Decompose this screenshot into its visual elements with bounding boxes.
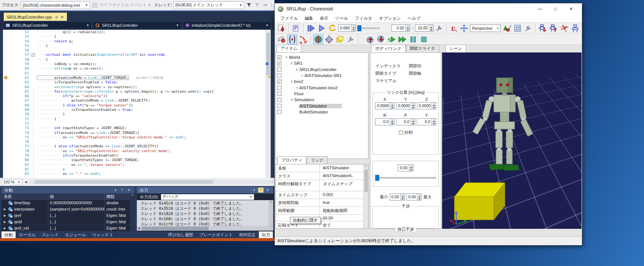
- position-spinbox[interactable]: 0.0000: [375, 102, 395, 109]
- column-name[interactable]: 名前: [1, 193, 48, 199]
- restore-body-state-button[interactable]: [549, 23, 558, 33]
- spin-buttons[interactable]: [390, 119, 394, 125]
- output-source-select[interactable]: デバッグ ▼: [161, 194, 254, 200]
- code-line[interactable]: 80················inputStateTypes·|=·JOI…: [3, 158, 265, 162]
- code-line[interactable]: 53········}: [3, 34, 265, 39]
- autos-row[interactable]: timeStep0.00000000000000000double: [1, 200, 135, 206]
- spin-down-icon[interactable]: [390, 122, 394, 125]
- code-line[interactable]: 79············if(isTorqueSensorEnabled){: [3, 153, 265, 158]
- time-range-end-spinbox[interactable]: 15.00: [415, 25, 434, 32]
- time-slider[interactable]: [357, 25, 380, 32]
- choreonoid-titlebar[interactable]: SR1Liftup - Choreonoid — □ ✕: [275, 3, 582, 15]
- output-vertical-scrollbar[interactable]: ▲: [268, 200, 273, 226]
- scrollbar-thumb[interactable]: [142, 227, 209, 230]
- code-line[interactable]: 78············os·<<·"SR1LiftupController…: [3, 149, 265, 153]
- tree-item[interactable]: ✓∨box2: [276, 78, 368, 84]
- scrollbar-thumb[interactable]: [364, 170, 368, 192]
- playback-button[interactable]: [317, 23, 326, 33]
- code-line[interactable]: 62········actuationMode·=·Link::JOINT_TO…: [3, 76, 265, 80]
- tab-joint-slider[interactable]: 関節スライダ: [406, 45, 439, 52]
- restore-world-state-button[interactable]: [376, 35, 386, 44]
- property-row[interactable]: 名前AISTSimulator: [276, 164, 363, 172]
- code-line[interactable]: 74········if(actuationMode·==·Link::JOIN…: [3, 131, 265, 135]
- code-line[interactable]: 57−····virtual·bool·initialize(SimpleCon…: [3, 52, 265, 57]
- collision-detection-button[interactable]: [324, 35, 334, 44]
- code-line[interactable]: 60········ostream&·os·=·io->os();: [3, 66, 265, 71]
- code-line[interactable]: 58····{: [3, 57, 265, 62]
- code-line[interactable]: 76: [3, 140, 265, 144]
- code-line[interactable]: 72: [3, 121, 265, 126]
- pin-icon[interactable]: -¤: [54, 15, 58, 19]
- position-spinbox[interactable]: 0.0000: [417, 102, 436, 109]
- lifecycle-events-icon[interactable]: [91, 2, 98, 9]
- scene-view[interactable]: [442, 52, 582, 229]
- process-select[interactable]: [0x2918] choreonoid-debug.exe▼: [21, 1, 90, 9]
- output-tab-1[interactable]: ブレークポイント: [196, 231, 236, 238]
- scene-windows-button[interactable]: [335, 35, 345, 44]
- code-line[interactable]: 55····}: [3, 44, 265, 48]
- tab-property[interactable]: プロパティ: [277, 156, 306, 164]
- fold-collapse-icon[interactable]: −: [32, 53, 35, 57]
- rotation-spinbox[interactable]: 0.0: [417, 118, 436, 125]
- close-icon[interactable]: ✕: [60, 15, 64, 20]
- body-frame-button[interactable]: [570, 23, 580, 33]
- property-row[interactable]: 時間分解能タイプタイムステップ: [276, 180, 363, 191]
- output-tab-3[interactable]: 出力: [259, 231, 273, 238]
- scroll-left-arrow[interactable]: ◀: [138, 227, 140, 230]
- auto-hide-pin-icon[interactable]: ⍑: [258, 188, 264, 193]
- matrix-checkbox[interactable]: 行列: [373, 130, 438, 135]
- joint-max-spinbox[interactable]: 0.00: [406, 193, 422, 201]
- tab-link[interactable]: リンク: [307, 156, 328, 164]
- spin-buttons[interactable]: [409, 165, 413, 171]
- tree-item[interactable]: ✓∨World: [276, 54, 368, 60]
- menu-item[interactable]: 表示: [316, 15, 332, 22]
- item-checkbox[interactable]: [277, 104, 281, 108]
- spin-up-icon[interactable]: [411, 119, 415, 122]
- code-line[interactable]: 83············os·<<·"."·<<·endl;: [3, 172, 265, 176]
- property-value[interactable]: AISTSimulator: [320, 164, 363, 172]
- autos-scrollbar[interactable]: ▲: [130, 193, 135, 231]
- window-position-icon[interactable]: ▾: [251, 188, 257, 193]
- debug-tab-2[interactable]: スレッド: [39, 231, 62, 238]
- tree-item[interactable]: ✓∨SR1: [276, 60, 368, 66]
- time-bar-config-button[interactable]: [435, 23, 444, 33]
- item-checkbox[interactable]: [277, 110, 281, 114]
- property-value[interactable]: 60.00: [320, 215, 363, 221]
- auto-hide-pin-icon[interactable]: ⍑: [119, 188, 125, 193]
- property-row[interactable]: 実時間同期true: [276, 199, 363, 207]
- code-line[interactable]: 63········isTorqueSensorEnabled·=·false;: [3, 80, 265, 84]
- scroll-left-arrow[interactable]: ◀: [25, 180, 27, 184]
- spin-buttons[interactable]: [431, 103, 436, 109]
- property-value[interactable]: タイムステップ: [320, 180, 363, 191]
- property-row[interactable]: 時間範囲能動制御期間: [276, 207, 363, 215]
- tree-item[interactable]: ∨SR1LiftupController: [276, 67, 368, 73]
- code-line[interactable]: 73········int·inputStateTypes·=·JOINT_AN…: [3, 126, 265, 130]
- tree-expander[interactable]: ∨: [289, 98, 294, 102]
- code-line[interactable]: 67················actuationMode·=·Link::…: [3, 98, 265, 103]
- joint-slider[interactable]: [375, 174, 436, 181]
- autos-row[interactable]: ▶qref_old{...}Eigen::Mat: [1, 225, 135, 231]
- spin-up-icon[interactable]: [411, 103, 415, 106]
- time-refresh-button[interactable]: [328, 23, 337, 33]
- item-checkbox[interactable]: [277, 86, 281, 90]
- window-position-icon[interactable]: ▾: [113, 188, 118, 193]
- item-checkbox[interactable]: [277, 92, 281, 96]
- output-tab-0[interactable]: 呼び出し履歴: [165, 231, 197, 238]
- spin-buttons[interactable]: [405, 25, 410, 31]
- expand-icon[interactable]: ▶: [4, 208, 7, 211]
- slider-thumb[interactable]: [357, 25, 361, 31]
- spin-up-icon[interactable]: [432, 119, 436, 122]
- edit-mode-button[interactable]: E: [449, 23, 458, 33]
- expand-icon[interactable]: ▶: [4, 220, 7, 224]
- spin-buttons[interactable]: [417, 194, 421, 200]
- code-line[interactable]: 68············}·else·if(*p·==·"torque_se…: [3, 103, 265, 108]
- tree-item[interactable]: AISTSimulator: [276, 103, 368, 109]
- tree-expander[interactable]: >: [300, 74, 305, 77]
- menu-item[interactable]: フィルタ: [351, 15, 376, 22]
- time-range-start-spinbox[interactable]: 0.00: [392, 25, 410, 32]
- editor-vertical-scrollbar[interactable]: [265, 30, 271, 178]
- spin-up-icon[interactable]: [390, 119, 394, 122]
- view-translate-button[interactable]: [459, 23, 469, 33]
- tree-item[interactable]: Floor: [276, 91, 368, 97]
- inverse-kinematics-button[interactable]: [298, 35, 308, 44]
